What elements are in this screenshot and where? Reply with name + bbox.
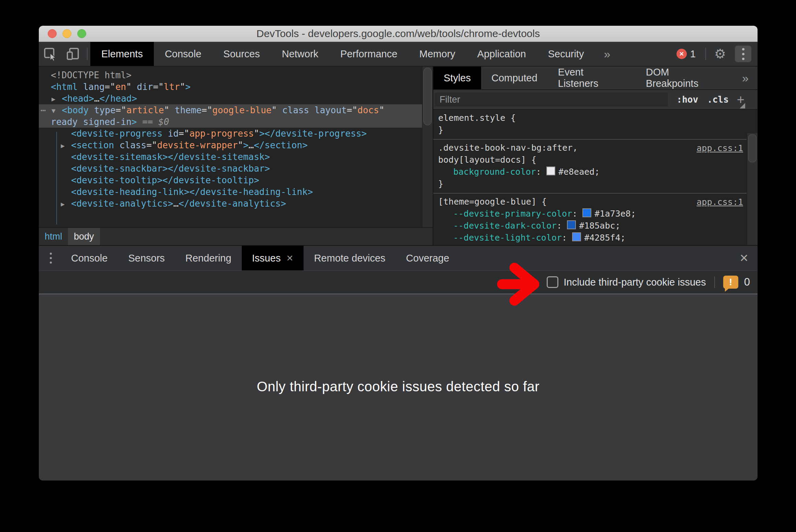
styles-more-tabs-chevron[interactable]: » (733, 67, 758, 89)
css-selector-line[interactable]: body[layout=docs] { (433, 154, 747, 166)
toolbar-separator (87, 48, 88, 60)
drawer-tab-console[interactable]: Console (61, 246, 118, 270)
toolbar-tab-memory[interactable]: Memory (408, 42, 466, 66)
include-third-party-cookie-checkbox[interactable] (547, 276, 558, 288)
styles-tab-styles[interactable]: Styles (433, 67, 481, 89)
settings-gear-icon[interactable]: ⚙ (709, 46, 731, 61)
styles-tab-event-listeners[interactable]: Event Listeners (548, 67, 636, 89)
toolbar-tab-network[interactable]: Network (271, 42, 329, 66)
elements-scrollbar[interactable] (422, 67, 433, 227)
pane-resize-triangle-icon[interactable] (740, 103, 745, 108)
dom-tree: <!DOCTYPE html><html lang="en" dir="ltr"… (39, 67, 422, 227)
css-declaration[interactable]: background-color: #e8eaed; (433, 166, 747, 178)
element-classes-button[interactable]: .cls (707, 94, 729, 105)
drawer-tab-issues[interactable]: Issues✕ (242, 246, 304, 270)
color-swatch[interactable] (582, 208, 591, 217)
css-declaration[interactable]: --devsite-primary-color: #1a73e8; (433, 208, 747, 220)
style-rules: element.style {}app.css:1.devsite-book-n… (433, 110, 747, 245)
drawer-tab-strip: ConsoleSensorsRenderingIssues✕Remote dev… (61, 246, 459, 270)
close-issues-tab-icon[interactable]: ✕ (286, 253, 293, 263)
dom-tree-line[interactable]: <devsite-sitemask></devsite-sitemask> (39, 151, 422, 163)
collapse-node-icon[interactable]: ▼ (52, 105, 55, 116)
color-swatch[interactable] (572, 232, 581, 241)
issues-count: 0 (744, 276, 750, 288)
dom-tree-line[interactable]: <devsite-progress id="app-progress"></de… (39, 128, 422, 139)
window-title: DevTools - developers.google.com/web/too… (39, 28, 758, 39)
breadcrumb-html[interactable]: html (39, 228, 68, 245)
stylesheet-link[interactable]: app.css:1 (697, 196, 743, 208)
dom-tree-line[interactable]: <devsite-heading-link></devsite-heading-… (39, 186, 422, 198)
dom-tree-wrap: <!DOCTYPE html><html lang="en" dir="ltr"… (39, 67, 433, 227)
styles-sidebar-tabs: StylesComputedEvent ListenersDOM Breakpo… (433, 67, 758, 90)
drawer-tab-remote-devices[interactable]: Remote devices (304, 246, 396, 270)
dom-tree-line[interactable]: <!DOCTYPE html> (39, 69, 422, 81)
toolbar-separator (714, 276, 715, 288)
dom-tree-line[interactable]: <html lang="en" dir="ltr"> (39, 81, 422, 93)
drawer-tab-rendering[interactable]: Rendering (175, 246, 242, 270)
dom-tree-line[interactable]: ⋯▼<body type="article" theme="google-blu… (39, 104, 422, 116)
color-swatch[interactable] (567, 220, 576, 229)
toolbar-right-group: ✕ 1 ⚙ (676, 42, 758, 66)
styles-filter-input[interactable] (435, 93, 668, 106)
devtools-main-toolbar: ElementsConsoleSourcesNetworkPerformance… (39, 42, 758, 67)
drawer-menu-kebab-icon[interactable] (39, 246, 61, 270)
issues-empty-message: Only third-party cookie issues detected … (257, 379, 539, 396)
inspect-cursor-icon (43, 47, 57, 61)
elements-panel: <!DOCTYPE html><html lang="en" dir="ltr"… (39, 67, 433, 245)
toolbar-tab-application[interactable]: Application (466, 42, 537, 66)
include-third-party-cookie-label[interactable]: Include third-party cookie issues (564, 277, 706, 288)
styles-tab-computed[interactable]: Computed (481, 67, 548, 89)
styles-panel: StylesComputedEvent ListenersDOM Breakpo… (433, 67, 758, 245)
inspect-element-button[interactable] (39, 42, 61, 66)
toolbar-tab-console[interactable]: Console (154, 42, 212, 66)
expand-node-icon[interactable]: ▶ (52, 93, 55, 105)
drawer-tabs: ConsoleSensorsRenderingIssues✕Remote dev… (39, 246, 758, 270)
styles-scrollbar[interactable] (747, 133, 758, 245)
dom-tree-line[interactable]: <devsite-tooltip></devsite-tooltip> (39, 174, 422, 186)
dom-tree-line[interactable]: ready signed-in> == $0 (39, 116, 422, 128)
styles-scrollbar-thumb[interactable] (748, 134, 757, 162)
toolbar-tab-sources[interactable]: Sources (212, 42, 271, 66)
style-rule[interactable]: app.css:1[theme=google-blue] {--devsite-… (433, 194, 747, 245)
toolbar-tab-elements[interactable]: Elements (90, 42, 154, 66)
stylesheet-link[interactable]: app.css:1 (697, 142, 743, 154)
styles-tab-dom-breakpoints[interactable]: DOM Breakpoints (636, 67, 733, 89)
css-selector-line[interactable]: element.style { (433, 112, 747, 124)
customize-devtools-menu-button[interactable] (735, 46, 751, 62)
css-selector-line[interactable]: } (433, 124, 747, 136)
close-drawer-icon[interactable]: ✕ (739, 246, 749, 270)
breadcrumb: htmlbody (39, 227, 433, 245)
css-selector-line[interactable]: } (433, 178, 747, 190)
expand-node-icon[interactable]: ▶ (61, 140, 65, 151)
macos-titlebar: DevTools - developers.google.com/web/too… (39, 26, 758, 42)
device-toolbar-icon (66, 47, 80, 61)
dom-tree-line[interactable]: ▶<section class="devsite-wrapper">…</sec… (39, 139, 422, 151)
dom-tree-line[interactable]: ▶<devsite-analytics>…</devsite-analytics… (39, 198, 422, 209)
elements-scrollbar-thumb[interactable] (423, 68, 432, 125)
styles-content: element.style {}app.css:1.devsite-book-n… (433, 110, 758, 245)
error-badge[interactable]: ✕ 1 (676, 48, 696, 60)
toolbar-tabs: ElementsConsoleSourcesNetworkPerformance… (90, 42, 595, 66)
breadcrumb-body[interactable]: body (68, 228, 100, 245)
node-actions-icon[interactable]: ⋯ (41, 104, 45, 116)
screenshot-stage: DevTools - developers.google.com/web/too… (0, 0, 796, 532)
css-declaration[interactable]: --devsite-light-color: #4285f4; (433, 232, 747, 244)
dom-tree-line[interactable]: ▶<head>…</head> (39, 93, 422, 104)
error-count: 1 (690, 48, 696, 60)
expand-node-icon[interactable]: ▶ (61, 198, 65, 210)
drawer-tab-coverage[interactable]: Coverage (396, 246, 459, 270)
main-split: <!DOCTYPE html><html lang="en" dir="ltr"… (39, 67, 758, 245)
style-rule[interactable]: app.css:1.devsite-book-nav-bg:after,body… (433, 140, 747, 194)
color-swatch[interactable] (546, 166, 555, 175)
devtools-window: DevTools - developers.google.com/web/too… (39, 26, 758, 481)
toggle-device-toolbar-button[interactable] (61, 42, 84, 66)
toggle-hover-state-button[interactable]: :hov (677, 94, 698, 105)
error-circle-icon: ✕ (676, 49, 687, 59)
drawer-tab-sensors[interactable]: Sensors (118, 246, 175, 270)
css-declaration[interactable]: --devsite-dark-color: #185abc; (433, 220, 747, 232)
more-panels-chevron[interactable]: » (595, 42, 619, 66)
toolbar-tab-performance[interactable]: Performance (329, 42, 408, 66)
toolbar-tab-security[interactable]: Security (537, 42, 595, 66)
dom-tree-line[interactable]: <devsite-snackbar></devsite-snackbar> (39, 163, 422, 174)
style-rule[interactable]: element.style {} (433, 110, 747, 140)
